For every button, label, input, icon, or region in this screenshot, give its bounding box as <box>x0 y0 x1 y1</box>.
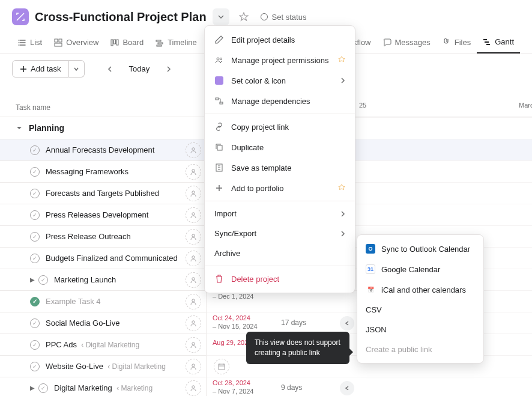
today-button[interactable]: Today <box>123 61 156 77</box>
dup-icon <box>214 142 224 152</box>
add-task-dropdown-button[interactable] <box>69 60 85 78</box>
person-icon <box>190 255 197 262</box>
svg-point-22 <box>192 364 195 366</box>
date-start: Oct 24, 2024 <box>213 314 258 322</box>
menu-item-label: Sync/Export <box>214 229 256 238</box>
menu-item[interactable]: Delete project <box>205 269 355 289</box>
collapse-button[interactable] <box>340 381 354 395</box>
section-row[interactable]: Planning <box>0 117 206 139</box>
task-name: Marketing Launch <box>54 275 180 284</box>
person-icon <box>190 276 197 284</box>
chevron-right-icon <box>340 231 345 237</box>
menu-item[interactable]: Add to portfolio <box>205 178 355 198</box>
task-row[interactable]: Social Media Go-Live <box>0 312 206 334</box>
menu-item[interactable]: Archive <box>205 243 355 263</box>
task-row[interactable]: Budgets Finalized and Communicated <box>0 247 206 269</box>
complete-toggle[interactable] <box>38 383 48 393</box>
template-icon <box>214 163 224 172</box>
menu-item-label: Delete project <box>231 275 279 284</box>
complete-toggle[interactable] <box>30 167 40 177</box>
google-calendar-icon: 31 <box>366 264 375 274</box>
assignee-button[interactable] <box>186 380 201 396</box>
favorite-button[interactable] <box>235 8 252 25</box>
complete-toggle[interactable] <box>30 189 40 198</box>
menu-item[interactable]: Manage project permissions <box>205 50 355 70</box>
menu-item[interactable]: Sync/Export <box>205 224 355 243</box>
project-menu-button[interactable] <box>213 8 229 25</box>
assignee-button[interactable] <box>186 164 201 180</box>
tab-files[interactable]: Files <box>437 31 477 53</box>
task-row[interactable]: Example Task 4 <box>0 290 206 312</box>
next-button[interactable] <box>160 61 177 78</box>
add-task-button[interactable]: Add task <box>12 60 69 78</box>
outlook-icon: O <box>366 244 375 254</box>
complete-toggle[interactable] <box>38 275 48 285</box>
svg-point-16 <box>192 234 195 236</box>
menu-item[interactable]: Import <box>205 204 355 224</box>
person-icon <box>190 190 197 197</box>
assignee-button[interactable] <box>186 359 201 374</box>
link-icon <box>214 122 224 132</box>
tab-messages[interactable]: Messages <box>377 31 437 53</box>
tab-timeline[interactable]: Timeline <box>150 31 203 53</box>
date-start: Oct 28, 2024 <box>213 379 254 387</box>
assignee-button[interactable] <box>186 315 201 331</box>
menu-item[interactable]: Edit project details <box>205 29 355 50</box>
assignee-button[interactable] <box>186 294 201 309</box>
task-name: Annual Forecasts Development <box>46 145 180 154</box>
assignee-button[interactable] <box>186 337 201 353</box>
tab-list[interactable]: List <box>12 31 48 53</box>
complete-toggle[interactable] <box>30 210 40 220</box>
assignee-button[interactable] <box>186 142 201 158</box>
submenu-item[interactable]: 📅iCal and other calendars <box>357 279 483 300</box>
task-row[interactable]: Annual Forecasts Development <box>0 139 206 160</box>
task-row[interactable]: Website Go-Live ‹ Digital Marketing <box>0 355 206 377</box>
svg-rect-0 <box>55 39 58 42</box>
complete-toggle[interactable] <box>30 340 40 350</box>
submenu-item[interactable]: JSON <box>357 320 483 340</box>
menu-item-label: Edit project details <box>231 35 295 44</box>
complete-toggle[interactable] <box>30 232 40 242</box>
tab-gantt[interactable]: Gantt <box>477 31 520 53</box>
menu-item[interactable]: Manage dependencies <box>205 91 355 111</box>
set-status-button[interactable]: Set status <box>261 13 307 22</box>
project-title: Cross-Functional Project Plan <box>35 10 207 24</box>
menu-item[interactable]: Duplicate <box>205 137 355 157</box>
assignee-button[interactable] <box>186 207 201 223</box>
task-row[interactable]: PPC Ads ‹ Digital Marketing <box>0 334 206 355</box>
submenu-item[interactable]: OSync to Outlook Calendar <box>357 239 483 259</box>
complete-toggle[interactable] <box>30 254 40 263</box>
menu-item[interactable]: Copy project link <box>205 117 355 137</box>
overview-icon <box>54 38 62 47</box>
submenu-item[interactable]: 31Google Calendar <box>357 259 483 279</box>
tab-overview[interactable]: Overview <box>48 31 104 53</box>
assignee-button[interactable] <box>186 186 201 201</box>
assignee-button[interactable] <box>186 251 201 266</box>
svg-point-23 <box>192 385 195 388</box>
task-row[interactable]: Messaging Frameworks <box>0 160 206 182</box>
prev-button[interactable] <box>101 61 118 78</box>
complete-toggle[interactable] <box>30 362 40 371</box>
messages-icon <box>383 38 391 47</box>
tab-board[interactable]: Board <box>104 31 150 53</box>
date-end: – Nov 15, 2024 <box>213 322 258 330</box>
gantt-row: Oct 28, 2024 – Nov 7, 2024 9 days <box>207 377 532 398</box>
menu-item[interactable]: Save as template <box>205 157 355 178</box>
task-row[interactable]: ▶Marketing Launch <box>0 269 206 290</box>
task-row[interactable]: ▶Digital Marketing ‹ Marketing <box>0 377 206 396</box>
task-row[interactable]: Forecasts and Targets Published <box>0 182 206 204</box>
task-row[interactable]: Press Releases Development <box>0 204 206 225</box>
submenu-item[interactable]: CSV <box>357 300 483 320</box>
complete-toggle[interactable] <box>30 318 40 328</box>
collapse-button[interactable] <box>340 316 354 330</box>
menu-item[interactable]: Set color & icon <box>205 70 355 91</box>
complete-toggle[interactable] <box>30 145 40 155</box>
task-row[interactable]: Press Release Outreach <box>0 225 206 247</box>
assignee-button[interactable] <box>186 229 201 245</box>
svg-rect-3 <box>111 40 113 46</box>
assignee-button[interactable] <box>186 272 201 288</box>
star-icon <box>239 12 249 22</box>
svg-rect-10 <box>485 41 489 43</box>
schedule-button[interactable] <box>214 359 229 374</box>
complete-toggle[interactable] <box>30 297 40 306</box>
